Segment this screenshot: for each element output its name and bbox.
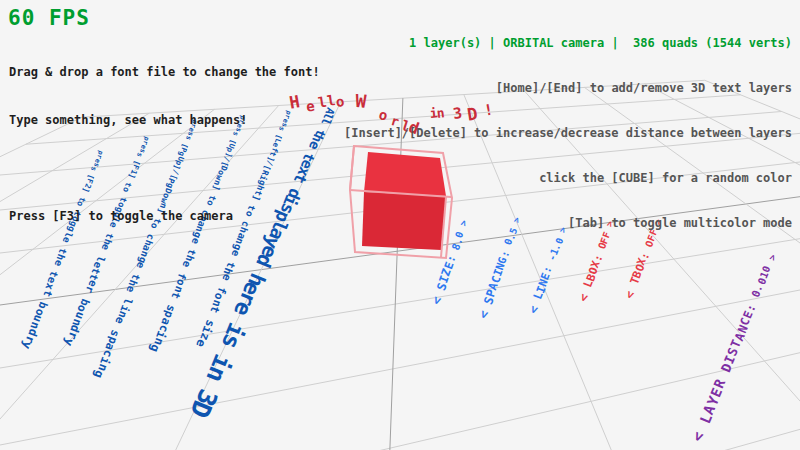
demo-scene[interactable]: Allthetextdisplayedhereisin3Dpress[Left]… xyxy=(0,0,800,450)
help-right-line1: [Home]/[End] to add/remove 3D text layer… xyxy=(344,81,792,96)
help-right-line3: click the [CUBE] for a random color xyxy=(344,171,792,186)
grid-line xyxy=(0,235,800,450)
help-left-line2: Type something, see what happens! xyxy=(9,112,320,128)
help-left-line1: Drag & drop a font file to change the fo… xyxy=(9,64,320,80)
help-left-line3: Press [F3] to toggle the camera xyxy=(9,208,320,224)
help-right-line4: [Tab] to toggle multicolor mode xyxy=(344,216,792,231)
status-bar: 1 layer(s) | ORBITAL camera | 386 quads … xyxy=(344,36,792,51)
fps-counter: 60 FPS xyxy=(8,6,90,30)
help-right: 1 layer(s) | ORBITAL camera | 386 quads … xyxy=(344,6,792,261)
grid-line xyxy=(0,267,800,450)
help-right-line2: [Insert]/[Delete] to increase/decrease d… xyxy=(344,126,792,141)
help-left-gap xyxy=(9,160,320,176)
grid-line xyxy=(0,339,800,450)
help-left: Drag & drop a font file to change the fo… xyxy=(9,32,320,256)
